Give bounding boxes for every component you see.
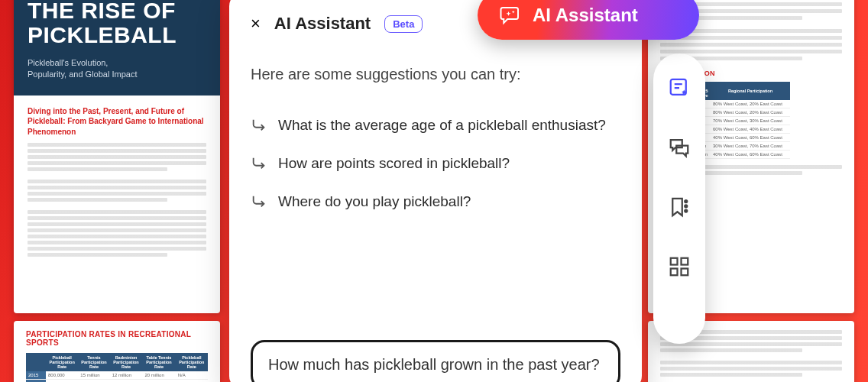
- chat-sparkle-icon: [499, 4, 522, 27]
- chat-input[interactable]: How much has pickleball grown in the pas…: [251, 340, 620, 382]
- document-title-line1: THE RISE OF: [28, 0, 176, 23]
- rail-apps-button[interactable]: [668, 255, 691, 281]
- participation-table: Pickleball Participation RateTennis Part…: [26, 353, 208, 382]
- sparkle-note-icon: [668, 76, 691, 99]
- document-title-line2: PICKLEBALL: [28, 22, 177, 47]
- ai-assistant-button-label: AI Assistant: [533, 5, 638, 26]
- comments-icon: [668, 136, 691, 159]
- svg-rect-4: [671, 258, 678, 265]
- rail-sparkle-button[interactable]: [668, 76, 691, 102]
- ai-assistant-button[interactable]: AI Assistant: [478, 0, 699, 40]
- document-title: THE RISE OF PICKLEBALL: [28, 0, 206, 47]
- tool-rail: [653, 53, 705, 344]
- document-section-heading: Diving into the Past, Present, and Futur…: [28, 106, 206, 138]
- suggestion-text: Where do you play pickleball?: [278, 193, 471, 210]
- participation-heading: PARTICIPATION RATES IN RECREATIONAL SPOR…: [26, 330, 208, 347]
- suggestion-text: How are points scored in pickleball?: [278, 155, 510, 172]
- apps-grid-icon: [668, 255, 691, 278]
- reply-arrow-icon: [251, 117, 267, 134]
- svg-point-2: [685, 205, 687, 207]
- svg-rect-6: [671, 269, 678, 276]
- chat-input-value: How much has pickleball grown in the pas…: [268, 356, 600, 373]
- svg-point-3: [685, 210, 687, 212]
- suggestion-item[interactable]: What is the average age of a pickleball …: [251, 106, 620, 144]
- document-subtitle: Pickleball's Evolution, Popularity, and …: [28, 57, 142, 80]
- suggestion-item[interactable]: How are points scored in pickleball?: [251, 144, 620, 183]
- svg-rect-7: [682, 269, 688, 276]
- suggestion-text: What is the average age of a pickleball …: [278, 117, 606, 134]
- close-button[interactable]: ×: [251, 15, 261, 32]
- panel-title: AI Assistant: [274, 14, 371, 34]
- reply-arrow-icon: [251, 193, 267, 210]
- svg-rect-5: [682, 258, 688, 265]
- rail-comments-button[interactable]: [668, 136, 691, 162]
- document-page-hero: THE RISE OF PICKLEBALL Pickleball's Evol…: [14, 0, 220, 313]
- document-hero-banner: THE RISE OF PICKLEBALL Pickleball's Evol…: [14, 0, 220, 96]
- suggestion-item[interactable]: Where do you play pickleball?: [251, 183, 620, 221]
- suggestions-intro: Here are some suggestions you can try:: [251, 66, 620, 83]
- beta-badge: Beta: [384, 15, 423, 33]
- svg-point-1: [685, 200, 687, 202]
- bookmark-icon: [668, 196, 691, 219]
- reply-arrow-icon: [251, 155, 267, 172]
- suggestions-list: What is the average age of a pickleball …: [251, 106, 620, 221]
- rail-bookmark-button[interactable]: [668, 196, 691, 222]
- document-page-participation: PARTICIPATION RATES IN RECREATIONAL SPOR…: [14, 321, 220, 382]
- ai-assistant-panel: × AI Assistant Beta Here are some sugges…: [229, 0, 642, 382]
- promo-stage: THE RISE OF PICKLEBALL Pickleball's Evol…: [0, 0, 868, 382]
